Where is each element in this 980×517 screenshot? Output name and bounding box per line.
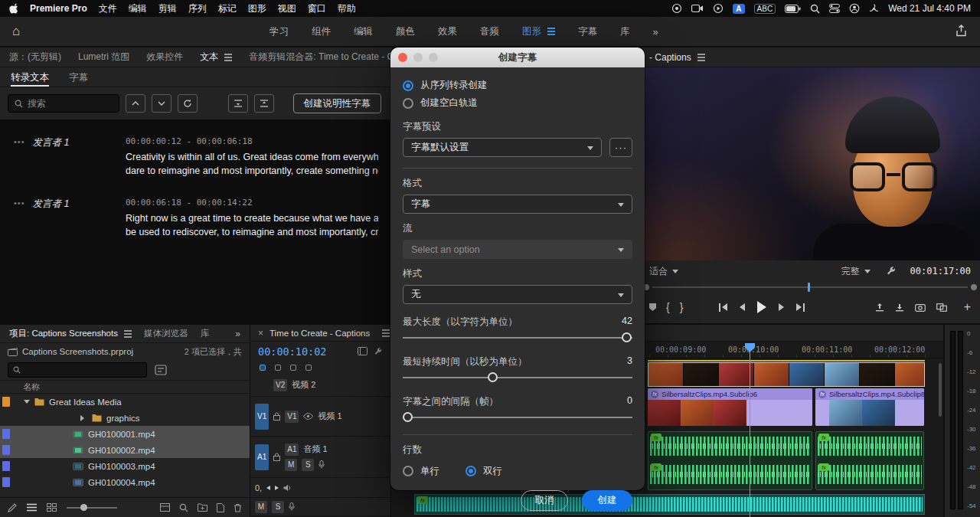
menu-clip[interactable]: 剪辑	[158, 2, 177, 15]
scrollbar-handle[interactable]	[971, 284, 977, 290]
clip-row[interactable]: GH0100004.mp4	[0, 474, 250, 490]
segment-text-line[interactable]: dare to reimagine and most importantly, …	[126, 164, 378, 178]
timeline-scrollbar[interactable]	[939, 363, 942, 417]
label-color-chip[interactable]	[2, 429, 10, 439]
play-button[interactable]	[757, 301, 766, 313]
add-marker-icon[interactable]	[649, 303, 656, 311]
chevron-down-icon[interactable]	[24, 400, 30, 407]
cancel-button[interactable]: 取消	[521, 490, 568, 511]
track-name-v1[interactable]: 视频 1	[318, 411, 341, 422]
thumbnail-zoom-slider[interactable]	[67, 507, 117, 509]
bin-name[interactable]: Great Ideas Media	[49, 398, 122, 407]
create-button[interactable]: 创建	[582, 490, 632, 511]
radio-selected-icon[interactable]	[403, 80, 413, 91]
linked-selection-icon[interactable]	[275, 365, 281, 371]
menu-edit[interactable]: 编辑	[129, 2, 147, 15]
snap-toggle-icon[interactable]	[260, 365, 266, 371]
comparison-view-icon[interactable]	[936, 303, 947, 312]
sequence-settings-icon[interactable]	[358, 347, 368, 356]
segment-text-line[interactable]: Right now is a great time to create beca…	[126, 211, 378, 225]
control-center-icon[interactable]	[829, 4, 840, 13]
track-header-a1[interactable]: A1 A1 音频 1 M S	[250, 437, 390, 478]
drag-handle-icon[interactable]: •••	[14, 137, 25, 178]
next-result-button[interactable]	[152, 94, 172, 113]
bin-name[interactable]: graphics	[106, 414, 139, 423]
transcript-row[interactable]: ••• 发言者 1 00:00:06:18 - 00:00:14:22 Righ…	[0, 190, 392, 251]
speaker-name[interactable]: 发言者 1	[33, 198, 70, 239]
source-assign-a1[interactable]: A1	[255, 444, 269, 470]
radio-double-line[interactable]: 双行	[466, 463, 502, 479]
workspace-tab-color[interactable]: 颜色	[396, 25, 415, 38]
input-method-icon[interactable]: A	[733, 4, 744, 14]
input-method-abc[interactable]: ABC	[754, 4, 776, 14]
video-clip-v2[interactable]	[648, 362, 925, 387]
min-duration-slider[interactable]	[403, 371, 632, 384]
tab-source-monitor[interactable]: 源：(无剪辑)	[9, 51, 61, 64]
drag-handle-icon[interactable]: •••	[14, 198, 25, 239]
radio-unselected-icon[interactable]	[403, 466, 413, 476]
export-frame-icon[interactable]	[915, 303, 926, 312]
bin-row[interactable]: Great Ideas Media	[0, 394, 250, 410]
clip-row[interactable]: GH0100001.mp4	[0, 426, 250, 442]
track-name-v2[interactable]: 视频 2	[292, 379, 315, 391]
slider-knob[interactable]	[403, 412, 413, 422]
track-header-master[interactable]: 0,	[250, 478, 390, 498]
go-to-in-icon[interactable]	[719, 303, 727, 312]
audio-clip-a1[interactable]: fx fx	[648, 431, 812, 490]
menu-view[interactable]: 视图	[278, 2, 296, 15]
new-bin-icon[interactable]	[198, 503, 207, 512]
min-duration-value[interactable]: 3	[627, 355, 632, 368]
workspace-tab-editing[interactable]: 编辑	[354, 25, 373, 38]
step-back-icon[interactable]	[740, 303, 745, 311]
radio-create-from-transcript[interactable]: 从序列转录创建	[403, 77, 632, 94]
play-status-icon[interactable]	[713, 3, 724, 14]
zoom-slider-knob[interactable]	[80, 504, 87, 511]
tab-sequence[interactable]: Time to Create - Captions	[270, 329, 370, 338]
workspace-tab-libraries[interactable]: 库	[620, 25, 630, 38]
icon-view-icon[interactable]	[47, 503, 57, 512]
panel-menu-icon[interactable]	[124, 333, 132, 335]
program-scrubber[interactable]	[640, 282, 980, 293]
clip-name[interactable]: GH0100001.mp4	[88, 430, 155, 439]
automate-to-sequence-icon[interactable]	[160, 503, 170, 512]
column-header-name[interactable]: 名称	[0, 380, 250, 394]
mute-button[interactable]: M	[255, 501, 267, 513]
apple-menu-icon[interactable]	[9, 3, 18, 14]
app-name-menu[interactable]: Premiere Pro	[30, 3, 87, 14]
track-header-v2[interactable]: V2 视频 2	[250, 374, 390, 397]
transcript-row[interactable]: ••• 发言者 1 00:00:00:12 - 00:00:06:18 Crea…	[0, 129, 392, 190]
clip-row[interactable]: GH0100002.mp4	[0, 442, 250, 458]
gap-slider[interactable]	[403, 411, 632, 424]
menu-help[interactable]: 帮助	[338, 2, 356, 15]
program-playhead[interactable]	[808, 283, 810, 292]
split-caption-down-icon[interactable]	[254, 94, 274, 113]
track-header-a2[interactable]: M S	[250, 498, 390, 516]
segment-text-line[interactable]: Creativity is within all of us. Great id…	[126, 150, 378, 164]
menubar-clock[interactable]: Wed 21 Jul 4:40 PM	[888, 3, 971, 14]
tab-effect-controls[interactable]: 效果控件	[146, 51, 183, 64]
subtab-captions[interactable]: 字幕	[69, 67, 88, 87]
battery-icon[interactable]	[785, 5, 801, 13]
label-color-chip[interactable]	[2, 461, 10, 471]
mark-out-icon[interactable]: }	[680, 301, 684, 313]
workspace-tab-assembly[interactable]: 组件	[312, 25, 331, 38]
clip-name[interactable]: GH0100003.mp4	[88, 462, 155, 471]
project-search-input[interactable]	[8, 362, 147, 378]
zoom-level-select[interactable]: 适合	[649, 265, 678, 278]
menu-file[interactable]: 文件	[99, 2, 117, 15]
button-editor-plus-icon[interactable]: +	[964, 300, 971, 314]
transcript-search-input[interactable]: 搜索	[8, 94, 119, 113]
lock-icon[interactable]	[273, 453, 280, 461]
menu-window[interactable]: 窗口	[308, 2, 326, 15]
slider-knob[interactable]	[488, 372, 498, 382]
workspace-tab-learning[interactable]: 学习	[270, 25, 289, 38]
track-target-v2[interactable]: V2	[273, 379, 287, 391]
dialog-titlebar[interactable]: 创建字幕	[390, 47, 645, 67]
tab-audio-clip-mixer[interactable]: 音频剪辑混合器: Time to Create - Cap	[249, 51, 392, 64]
workspace-tab-captions[interactable]: 字幕	[578, 25, 597, 38]
subtab-transcript[interactable]: 转录文本	[11, 67, 49, 87]
fan-status-icon[interactable]	[869, 4, 879, 14]
project-file-name[interactable]: Captions Screenshots.prproj	[22, 347, 133, 356]
home-icon[interactable]: ⌂	[12, 24, 20, 39]
gap-value[interactable]: 0	[627, 395, 632, 408]
